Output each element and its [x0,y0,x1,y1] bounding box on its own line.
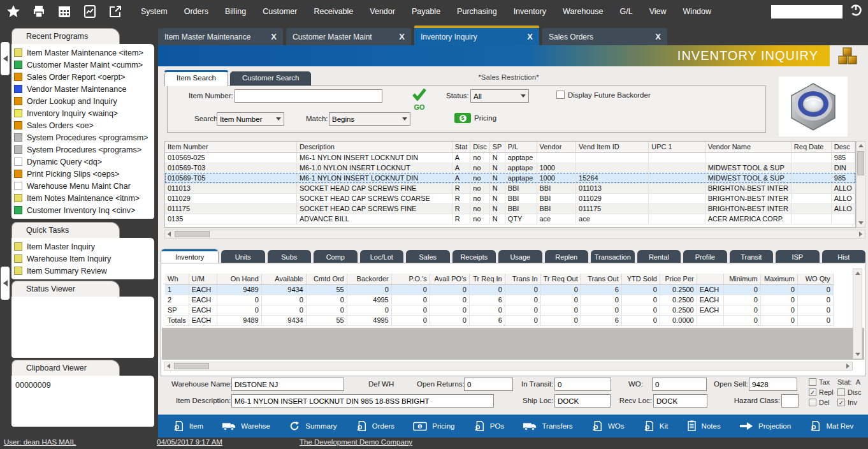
column-header[interactable]: Tr Req In [469,274,505,284]
column-header[interactable]: Avail PO's [430,274,469,284]
item-number-input[interactable] [235,89,382,103]
menu-item[interactable]: G/L [612,7,641,16]
scroll-up-icon[interactable] [857,142,865,150]
scrollbar-thumb[interactable] [174,363,209,369]
table-row[interactable]: 011175SOCKET HEAD CAP SCREWS FINERnoNBBI… [165,203,855,214]
flag-checkbox-row[interactable]: Tax [809,378,834,386]
detail-tab[interactable]: Usage [498,250,542,263]
settings-power-icon[interactable] [849,3,863,20]
column-header[interactable] [697,274,723,284]
sidebar-collapse-button-2[interactable] [1,267,10,300]
summary-button[interactable]: Summary [289,420,336,432]
tab-item-search[interactable]: Item Search [164,71,228,86]
column-header[interactable]: U/M [189,274,217,284]
sidebar-program-item[interactable]: Sales Orders <oe> [14,119,154,131]
column-header[interactable]: SP [489,142,505,152]
checkbox[interactable] [809,399,816,406]
sidebar-program-item[interactable]: Vendor Master Maintenance [14,83,154,95]
match-dropdown[interactable]: Begins [329,112,410,126]
checkbox[interactable] [809,378,816,386]
pricing-button[interactable]: $ Pricing [454,113,496,123]
column-header[interactable]: UPC 1 [649,142,705,152]
table-row[interactable]: 010569-025M6-1 NYLON INSERT LOCKNUT DINA… [165,152,855,163]
warehouse-name-input[interactable] [231,378,344,391]
detail-tab[interactable]: Inventory [161,249,219,263]
sidebar-program-item[interactable]: Sales Order Report <oerpt> [14,71,154,83]
tab-close-icon[interactable]: X [655,32,661,41]
checkbox[interactable] [809,388,816,396]
pos-button[interactable]: POs [474,420,504,432]
sidebar-program-item[interactable]: Item Notes Maintenance <itnm> [14,192,154,204]
column-header[interactable]: Price Per [660,274,697,284]
column-header[interactable]: Backorder [347,274,391,284]
detail-tab[interactable]: Rental [637,250,681,263]
sidebar-program-item[interactable]: Order Lookup and Inquiry [14,95,154,107]
results-vertical-scrollbar[interactable] [856,141,865,228]
pricing-button-toolbar[interactable]: $ Pricing [413,422,454,431]
quick-task-item[interactable]: Item Summary Review [14,265,154,277]
scroll-up-icon[interactable] [853,269,862,277]
column-header[interactable]: Vendor Name [705,142,791,152]
column-header[interactable]: Wh [165,274,189,284]
sidebar-program-item[interactable]: Customer Inventory Inq <cinv> [14,204,154,216]
document-tab[interactable]: Item Master Maintenance X [158,28,283,45]
sidebar-program-item[interactable]: System Procedures <programsm> [14,131,154,144]
document-tab[interactable]: Inventory Inquiry X [414,28,539,45]
column-header[interactable]: Minimum [723,274,760,284]
hazard-class-input[interactable] [781,394,799,408]
flag-checkbox-row[interactable]: Repl [809,388,834,397]
open-sell-input[interactable] [749,378,797,391]
scroll-down-icon[interactable] [853,350,862,358]
kit-button[interactable]: Kit [643,420,668,432]
column-header[interactable]: Item Number [165,142,296,152]
column-header[interactable]: Disc [470,142,489,152]
detail-tab[interactable]: ISP [776,250,820,263]
column-header[interactable]: On Hand [217,274,261,284]
detail-tab[interactable]: Units [221,250,265,263]
table-row[interactable]: SPEACH000000000000.2500EACH000 [165,305,833,315]
menu-item[interactable]: View [641,7,675,16]
column-header[interactable]: YTD Sold [621,274,660,284]
transfers-button[interactable]: Transfers [523,421,572,431]
sidebar-collapse-button[interactable] [1,42,10,75]
column-header[interactable]: Available [261,274,306,284]
item-button[interactable]: Item [173,420,203,432]
column-header[interactable]: P/L [505,142,537,152]
favorites-star-icon[interactable] [5,3,22,20]
column-header[interactable]: Description [296,142,452,152]
sidebar-program-item[interactable]: Customer Master Maint <cumm> [14,59,154,71]
flag-checkbox-row[interactable]: Del [809,398,834,407]
scroll-right-icon[interactable] [844,362,852,370]
sidebar-program-item[interactable]: Dynamic Query <dq> [14,156,154,168]
table-row[interactable]: 0135ADVANCE BILLRnoNQTYaceaceACER AMERIC… [165,214,855,224]
detail-tab[interactable]: Sales [406,250,450,263]
inventory-vertical-scrollbar[interactable] [853,269,862,359]
inventory-horizontal-scrollbar[interactable] [164,362,853,371]
menu-item[interactable]: Customer [254,7,305,16]
menu-item[interactable]: Payable [403,7,449,16]
menubar-search-input[interactable] [771,5,843,18]
tab-close-icon[interactable]: X [271,32,277,41]
column-header[interactable]: Maximum [760,274,797,284]
menu-item[interactable]: Warehouse [554,7,611,16]
detail-tab[interactable]: Comp [314,250,358,263]
menu-item[interactable]: Orders [176,7,217,16]
calendar-icon[interactable] [56,3,73,20]
open-returns-input[interactable] [464,378,513,391]
detail-tab[interactable]: Receipts [452,250,496,263]
detail-tab[interactable]: Replen [545,250,589,263]
mat-rev-button[interactable]: Mat Rev [809,420,853,432]
document-tab[interactable]: Customer Master Maint X [286,28,411,45]
go-button[interactable]: GO [410,88,429,111]
tab-customer-search[interactable]: Customer Search [230,71,311,86]
projection-button[interactable]: Projection [739,422,791,431]
future-backorder-option[interactable]: Display Future Backorder [556,91,651,99]
document-tab[interactable]: Sales Orders X [542,28,667,45]
status-dropdown[interactable]: All [470,89,529,103]
status-company[interactable]: The Development Demo Company [300,438,412,446]
column-header[interactable]: Cmtd Ord [306,274,347,284]
table-row[interactable]: 1EACH9489943455000000600.2500EACH000 [165,284,833,295]
menu-item[interactable]: Billing [217,7,254,16]
sidebar-program-item[interactable]: System Procedures <programs> [14,144,154,156]
orders-button[interactable]: Orders [356,420,394,432]
